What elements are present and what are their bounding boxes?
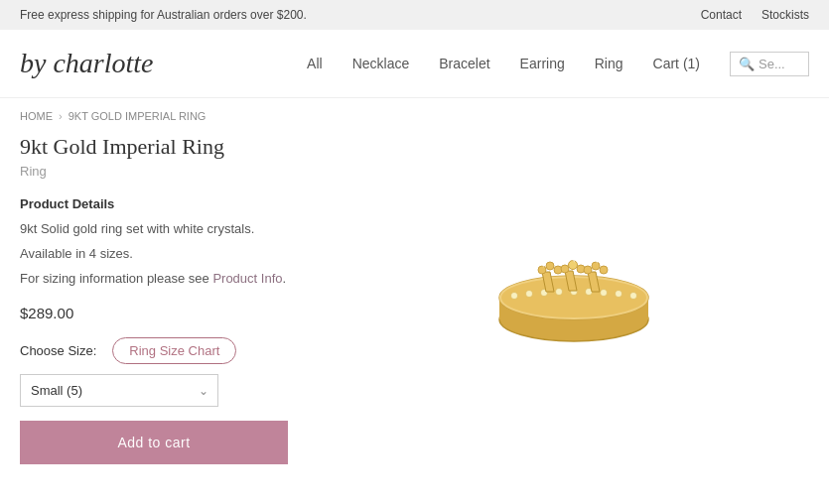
nav-bracelet[interactable]: Bracelet bbox=[439, 56, 489, 71]
svg-point-24 bbox=[600, 266, 608, 274]
product-category: Ring bbox=[20, 164, 308, 179]
size-select-wrap: Small (5) ⌄ bbox=[20, 374, 218, 407]
search-icon: 🔍 bbox=[739, 57, 755, 71]
svg-text:✦: ✦ bbox=[594, 257, 601, 266]
product-image: ✦ ✦ ✦ bbox=[475, 240, 673, 359]
product-info: 9kt Gold Imperial Ring Ring Product Deta… bbox=[20, 134, 338, 464]
contact-link[interactable]: Contact bbox=[701, 8, 742, 22]
product-title: 9kt Gold Imperial Ring bbox=[20, 134, 308, 160]
nav-earring[interactable]: Earring bbox=[520, 56, 565, 71]
svg-point-11 bbox=[615, 290, 622, 297]
nav-all[interactable]: All bbox=[307, 56, 323, 71]
svg-point-4 bbox=[510, 292, 517, 299]
stockists-link[interactable]: Stockists bbox=[761, 8, 809, 22]
svg-point-15 bbox=[546, 262, 554, 270]
svg-point-12 bbox=[629, 292, 636, 299]
svg-point-7 bbox=[555, 288, 562, 295]
product-image-area: ✦ ✦ ✦ bbox=[338, 134, 809, 464]
product-desc-line3-after: . bbox=[282, 271, 286, 286]
product-desc-line1: 9kt Solid gold ring set with white cryst… bbox=[20, 219, 308, 240]
breadcrumb-current: 9KT GOLD IMPERIAL RING bbox=[69, 110, 207, 122]
breadcrumb-separator: › bbox=[59, 110, 63, 122]
add-to-cart-button[interactable]: Add to cart bbox=[20, 421, 288, 464]
svg-point-22 bbox=[584, 266, 592, 274]
product-desc-line3-before: For sizing information please see bbox=[20, 271, 212, 286]
svg-point-18 bbox=[561, 265, 569, 273]
svg-text:✦: ✦ bbox=[540, 261, 547, 270]
main-content: 9kt Gold Imperial Ring Ring Product Deta… bbox=[0, 134, 829, 464]
choose-size-label: Choose Size: bbox=[20, 343, 96, 358]
product-details-label: Product Details bbox=[20, 196, 308, 211]
logo[interactable]: by charlotte bbox=[20, 48, 154, 79]
size-row: Choose Size: Ring Size Chart bbox=[20, 337, 308, 364]
nav-cart[interactable]: Cart (1) bbox=[653, 56, 700, 71]
top-banner: Free express shipping for Australian ord… bbox=[0, 0, 829, 30]
size-select[interactable]: Small (5) bbox=[20, 374, 218, 407]
product-price: $289.00 bbox=[20, 305, 308, 321]
breadcrumb-home[interactable]: HOME bbox=[20, 110, 53, 122]
product-desc-line2: Available in 4 sizes. bbox=[20, 244, 308, 265]
shipping-text: Free express shipping for Australian ord… bbox=[20, 8, 307, 22]
banner-links: Contact Stockists bbox=[701, 8, 809, 22]
nav-necklace[interactable]: Necklace bbox=[352, 56, 410, 71]
main-nav: All Necklace Bracelet Earring Ring Cart … bbox=[307, 52, 809, 76]
breadcrumb: HOME › 9KT GOLD IMPERIAL RING bbox=[0, 98, 829, 134]
svg-point-5 bbox=[525, 290, 532, 297]
ring-size-chart-button[interactable]: Ring Size Chart bbox=[112, 337, 236, 364]
nav-ring[interactable]: Ring bbox=[595, 56, 623, 71]
search-box[interactable]: 🔍 Se... bbox=[730, 52, 809, 76]
svg-text:✦: ✦ bbox=[571, 256, 578, 265]
svg-point-10 bbox=[600, 289, 607, 296]
product-desc-line3: For sizing information please see Produc… bbox=[20, 269, 308, 290]
search-placeholder: Se... bbox=[759, 57, 785, 71]
header: by charlotte All Necklace Bracelet Earri… bbox=[0, 30, 829, 98]
product-info-link[interactable]: Product Info bbox=[212, 271, 282, 286]
